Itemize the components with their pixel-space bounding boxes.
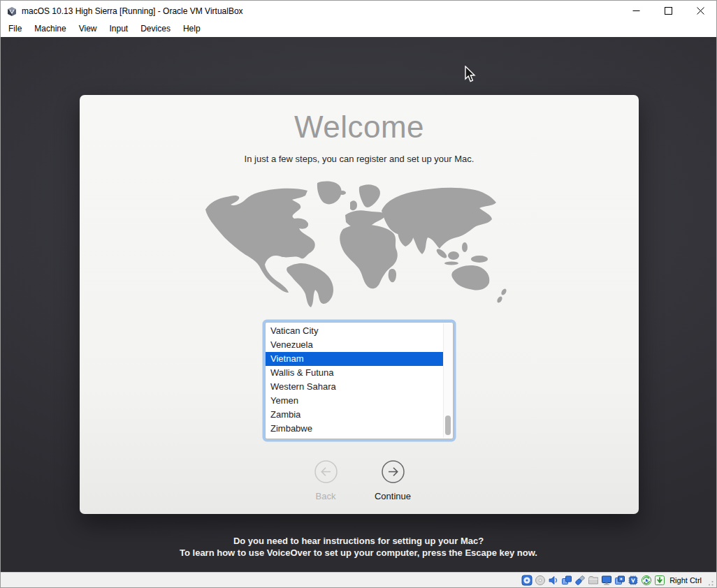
close-button[interactable]: [684, 1, 716, 21]
list-item[interactable]: Venezuela: [266, 338, 443, 352]
scrollbar-thumb[interactable]: [445, 416, 451, 435]
virtualbox-logo-icon: [6, 6, 17, 17]
close-icon: [697, 7, 704, 15]
minimize-icon: [632, 7, 640, 15]
menu-bar: File Machine View Input Devices Help: [1, 21, 716, 37]
country-listbox[interactable]: Vatican City Venezuela Vietnam Wallis & …: [265, 322, 454, 439]
list-item-label: Venezuela: [270, 339, 313, 350]
hard-disks-icon[interactable]: [521, 575, 533, 586]
recording-icon[interactable]: [614, 575, 625, 586]
maximize-icon: [665, 7, 672, 15]
page-subtitle: In just a few steps, you can register an…: [80, 154, 639, 164]
list-item[interactable]: Zimbabwe: [266, 422, 443, 436]
list-item-label: Vatican City: [270, 325, 318, 336]
setup-assistant-card: Welcome In just a few steps, you can reg…: [80, 95, 639, 514]
host-key-label: Right Ctrl: [669, 576, 702, 585]
menu-item[interactable]: Help: [177, 21, 207, 37]
status-bar: Right Ctrl: [1, 572, 716, 587]
list-item[interactable]: Vietnam: [266, 352, 443, 366]
display-icon[interactable]: [601, 575, 612, 586]
window-title: macOS 10.13 High Sierra [Running] - Orac…: [22, 6, 243, 16]
list-item-label: Vietnam: [270, 353, 303, 364]
back-arrow-icon: [314, 460, 338, 483]
minimize-button[interactable]: [620, 1, 652, 21]
menu-item[interactable]: File: [2, 21, 28, 37]
mouse-integration-icon[interactable]: [641, 575, 652, 586]
list-item[interactable]: Vatican City: [266, 324, 443, 338]
list-item[interactable]: Wallis & Futuna: [266, 366, 443, 380]
menu-item[interactable]: View: [73, 21, 103, 37]
menu-item[interactable]: Machine: [28, 21, 72, 37]
list-item-label: Zambia: [270, 409, 300, 420]
title-bar: macOS 10.13 High Sierra [Running] - Orac…: [1, 1, 716, 21]
list-item-label: Western Sahara: [270, 381, 336, 392]
voiceover-line2: To learn how to use VoiceOver to set up …: [1, 547, 716, 559]
back-label: Back: [316, 491, 336, 501]
network-icon[interactable]: [561, 575, 572, 586]
back-button[interactable]: Back: [301, 460, 350, 501]
maximize-button[interactable]: [652, 1, 684, 21]
menu-item[interactable]: Devices: [134, 21, 177, 37]
continue-button[interactable]: Continue: [368, 460, 417, 501]
window-controls: [620, 1, 716, 21]
continue-label: Continue: [375, 491, 411, 501]
voiceover-line1: Do you need to hear instructions for set…: [1, 535, 716, 547]
mouse-cursor: [464, 66, 476, 82]
resize-grip[interactable]: [706, 578, 714, 587]
optical-drives-icon[interactable]: [535, 575, 546, 586]
scrollbar-track[interactable]: [443, 323, 452, 438]
usb-icon[interactable]: [574, 575, 586, 586]
shared-folders-icon[interactable]: [588, 575, 599, 586]
country-list: Vatican City Venezuela Vietnam Wallis & …: [266, 324, 443, 439]
list-item[interactable]: Zambia: [266, 408, 443, 422]
list-item-label: Zimbabwe: [270, 423, 312, 434]
world-map-image: [198, 179, 520, 310]
list-item[interactable]: Yemen: [266, 394, 443, 408]
list-item-label: Yemen: [270, 395, 298, 406]
keyboard-icon[interactable]: [654, 575, 665, 586]
audio-icon[interactable]: [548, 575, 559, 586]
menu-item[interactable]: Input: [103, 21, 135, 37]
page-title: Welcome: [80, 110, 639, 145]
voiceover-hint: Do you need to hear instructions for set…: [1, 535, 716, 559]
features-icon[interactable]: [628, 575, 639, 586]
list-item-label: Wallis & Futuna: [270, 367, 334, 378]
virtualbox-window: macOS 10.13 High Sierra [Running] - Orac…: [0, 0, 717, 588]
list-item[interactable]: Western Sahara: [266, 380, 443, 394]
continue-arrow-icon: [382, 460, 405, 483]
vm-guest-screen: Welcome In just a few steps, you can reg…: [1, 37, 716, 572]
